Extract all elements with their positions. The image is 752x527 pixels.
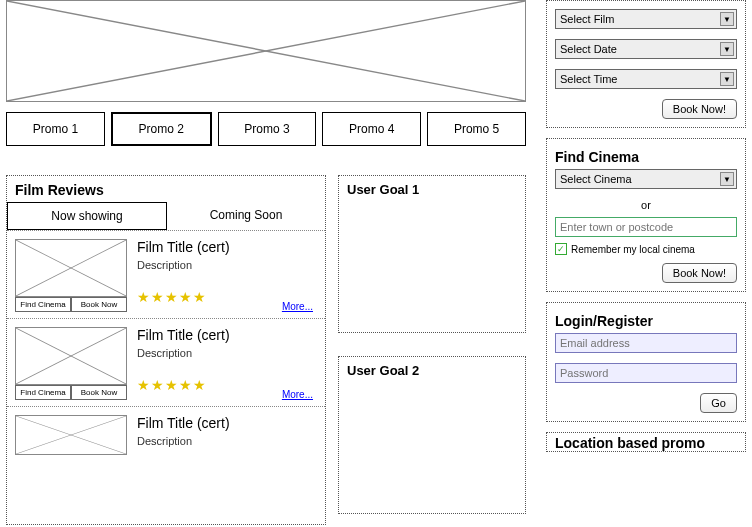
tab-now-showing[interactable]: Now showing xyxy=(7,202,167,230)
promo-tab-4[interactable]: Promo 4 xyxy=(322,112,421,146)
login-title: Login/Register xyxy=(555,307,737,333)
hero-image-placeholder xyxy=(6,0,526,102)
quick-book-panel: Select Film ▼ Select Date ▼ Select Time … xyxy=(546,0,746,128)
film-thumbnail xyxy=(15,327,127,385)
find-cinema-button[interactable]: Find Cinema xyxy=(15,385,71,400)
film-title: Film Title (cert) xyxy=(137,239,317,255)
film-reviews-title: Film Reviews xyxy=(7,176,325,202)
more-link[interactable]: More... xyxy=(282,301,313,312)
promo-tab-5[interactable]: Promo 5 xyxy=(427,112,526,146)
select-cinema[interactable]: Select Cinema ▼ xyxy=(555,169,737,189)
film-thumbnail xyxy=(15,239,127,297)
user-goal-1-panel: User Goal 1 xyxy=(338,175,526,333)
film-description: Description xyxy=(137,435,317,447)
film-item: Find Cinema Book Now Film Title (cert) D… xyxy=(7,318,325,406)
user-goal-1-title: User Goal 1 xyxy=(339,176,525,203)
book-now-button[interactable]: Book Now! xyxy=(662,99,737,119)
select-cinema-label: Select Cinema xyxy=(560,173,632,185)
login-register-panel: Login/Register Go xyxy=(546,302,746,422)
promo-tabs: Promo 1 Promo 2 Promo 3 Promo 4 Promo 5 xyxy=(6,112,526,146)
select-date[interactable]: Select Date ▼ xyxy=(555,39,737,59)
go-button[interactable]: Go xyxy=(700,393,737,413)
film-reviews-panel: Film Reviews Now showing Coming Soon Fin… xyxy=(6,175,326,525)
password-input[interactable] xyxy=(555,363,737,383)
select-time[interactable]: Select Time ▼ xyxy=(555,69,737,89)
location-promo-title: Location based promo xyxy=(555,435,737,451)
find-cinema-panel: Find Cinema Select Cinema ▼ or ✓ Remembe… xyxy=(546,138,746,292)
checkbox-checked-icon: ✓ xyxy=(555,243,567,255)
film-title: Film Title (cert) xyxy=(137,327,317,343)
find-book-now-button[interactable]: Book Now! xyxy=(662,263,737,283)
or-label: or xyxy=(555,199,737,211)
town-postcode-input[interactable] xyxy=(555,217,737,237)
promo-tab-1[interactable]: Promo 1 xyxy=(6,112,105,146)
dropdown-arrow-icon: ▼ xyxy=(720,12,734,26)
location-promo-panel: Location based promo xyxy=(546,432,746,452)
film-title: Film Title (cert) xyxy=(137,415,317,431)
select-time-label: Select Time xyxy=(560,73,617,85)
user-goal-2-title: User Goal 2 xyxy=(339,357,525,384)
film-description: Description xyxy=(137,259,317,271)
select-film-label: Select Film xyxy=(560,13,614,25)
select-date-label: Select Date xyxy=(560,43,617,55)
remember-label: Remember my local cinema xyxy=(571,244,695,255)
dropdown-arrow-icon: ▼ xyxy=(720,172,734,186)
film-item: Find Cinema Book Now Film Title (cert) D… xyxy=(7,230,325,318)
book-now-button[interactable]: Book Now xyxy=(71,385,127,400)
book-now-button[interactable]: Book Now xyxy=(71,297,127,312)
film-description: Description xyxy=(137,347,317,359)
find-cinema-title: Find Cinema xyxy=(555,143,737,169)
user-goal-2-panel: User Goal 2 xyxy=(338,356,526,514)
promo-tab-2[interactable]: Promo 2 xyxy=(111,112,212,146)
more-link[interactable]: More... xyxy=(282,389,313,400)
film-item: Film Title (cert) Description xyxy=(7,406,325,461)
dropdown-arrow-icon: ▼ xyxy=(720,72,734,86)
film-thumbnail xyxy=(15,415,127,455)
remember-cinema-checkbox[interactable]: ✓ Remember my local cinema xyxy=(555,243,737,255)
find-cinema-button[interactable]: Find Cinema xyxy=(15,297,71,312)
select-film[interactable]: Select Film ▼ xyxy=(555,9,737,29)
promo-tab-3[interactable]: Promo 3 xyxy=(218,112,317,146)
email-input[interactable] xyxy=(555,333,737,353)
tab-coming-soon[interactable]: Coming Soon xyxy=(167,202,325,230)
dropdown-arrow-icon: ▼ xyxy=(720,42,734,56)
